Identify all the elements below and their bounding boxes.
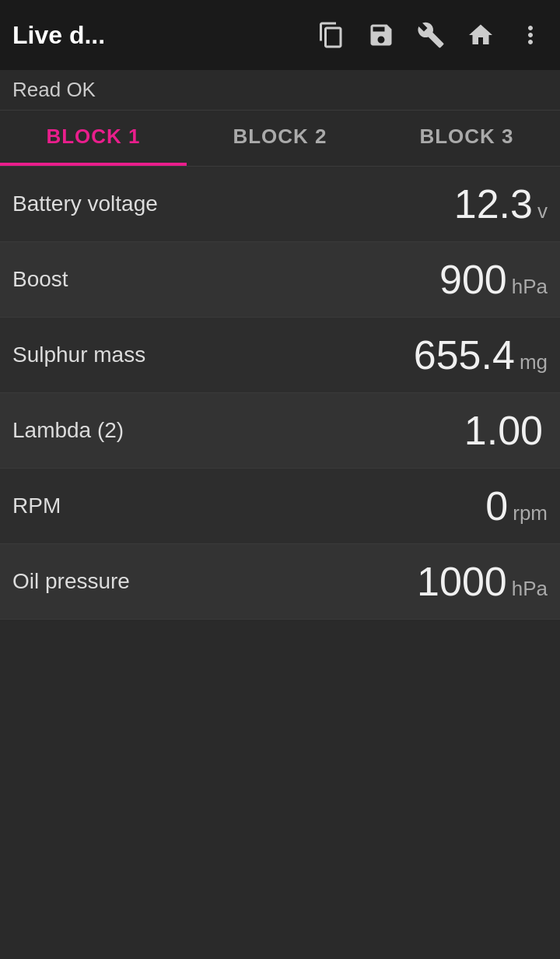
- unit-rpm: rpm: [513, 501, 548, 525]
- wrench-icon: [417, 21, 445, 49]
- value-lambda: 1.00: [464, 407, 543, 454]
- label-oil-pressure: Oil pressure: [12, 569, 215, 594]
- label-boost: Boost: [12, 267, 215, 292]
- unit-sulphur-mass: mg: [520, 350, 548, 374]
- tab-block2[interactable]: BLOCK 2: [187, 111, 373, 166]
- value-oil-pressure: 1000: [417, 558, 507, 605]
- unit-battery-voltage: v: [537, 199, 548, 223]
- app-title: Live d...: [12, 21, 299, 50]
- label-lambda: Lambda (2): [12, 418, 215, 443]
- unit-boost: hPa: [512, 275, 548, 299]
- table-row: Boost 900 hPa: [0, 242, 560, 318]
- status-bar: Read OK: [0, 70, 560, 111]
- table-row: Sulphur mass 655.4 mg: [0, 318, 560, 393]
- data-table: Battery voltage 12.3 v Boost 900 hPa Sul…: [0, 167, 560, 620]
- save-icon: [367, 21, 395, 49]
- tabs-container: BLOCK 1 BLOCK 2 BLOCK 3: [0, 111, 560, 167]
- value-container-battery: 12.3 v: [454, 181, 548, 227]
- value-boost: 900: [439, 256, 507, 303]
- table-row: Oil pressure 1000 hPa: [0, 544, 560, 620]
- tab-block3[interactable]: BLOCK 3: [373, 111, 560, 166]
- table-row: Battery voltage 12.3 v: [0, 167, 560, 242]
- value-sulphur-mass: 655.4: [414, 332, 515, 378]
- label-rpm: RPM: [12, 494, 215, 518]
- copy-button[interactable]: [314, 18, 348, 52]
- home-button[interactable]: [464, 18, 498, 52]
- unit-oil-pressure: hPa: [512, 577, 548, 601]
- label-battery-voltage: Battery voltage: [12, 191, 215, 216]
- value-rpm: 0: [485, 483, 508, 529]
- toolbar: Live d...: [0, 0, 560, 70]
- value-container-lambda: 1.00: [464, 407, 548, 454]
- status-text: Read OK: [12, 78, 96, 101]
- value-container-sulphur: 655.4 mg: [414, 332, 548, 378]
- home-icon: [467, 21, 495, 49]
- table-row: Lambda (2) 1.00: [0, 393, 560, 469]
- save-button[interactable]: [364, 18, 398, 52]
- more-button[interactable]: [513, 18, 548, 52]
- label-sulphur-mass: Sulphur mass: [12, 342, 215, 367]
- value-battery-voltage: 12.3: [454, 181, 533, 227]
- more-icon: [516, 21, 544, 49]
- empty-area: [0, 620, 560, 959]
- value-container-oil: 1000 hPa: [417, 558, 548, 605]
- value-container-boost: 900 hPa: [439, 256, 548, 303]
- settings-button[interactable]: [414, 18, 448, 52]
- copy-icon: [317, 21, 345, 49]
- tab-block1[interactable]: BLOCK 1: [0, 111, 187, 166]
- table-row: RPM 0 rpm: [0, 469, 560, 544]
- value-container-rpm: 0 rpm: [485, 483, 548, 529]
